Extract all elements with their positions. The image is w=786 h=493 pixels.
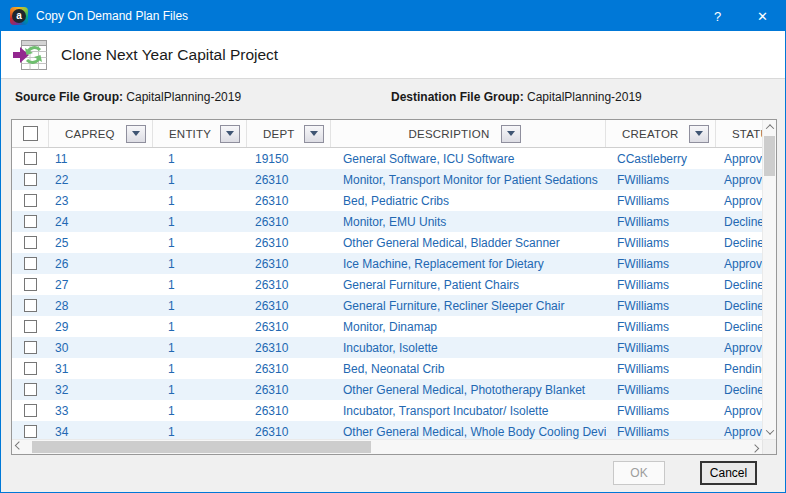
cancel-button[interactable]: Cancel [700,461,757,485]
cell-capreq: 26 [49,257,153,271]
cell-creator: FWilliams [606,215,716,229]
table-row[interactable]: 23 1 26310 Bed, Pediatric Cribs FWilliam… [12,190,762,211]
cell-entity: 1 [153,173,247,187]
row-select-cell [12,404,49,417]
creator-column-label: CREATOR [622,128,679,140]
entity-filter-button[interactable] [220,125,240,143]
vertical-scroll-thumb[interactable] [764,136,775,176]
ok-button[interactable]: OK [613,461,665,485]
horizontal-scroll-track[interactable] [26,440,748,454]
help-button[interactable]: ? [695,1,740,31]
horizontal-scrollbar[interactable] [12,439,776,454]
cell-status: Declined [716,278,762,292]
table-row[interactable]: 29 1 26310 Monitor, Dinamap FWilliams De… [12,316,762,337]
cell-capreq: 23 [49,194,153,208]
entity-column-label: ENTITY [169,128,211,140]
row-checkbox[interactable] [24,362,37,375]
row-checkbox[interactable] [24,194,37,207]
table-row[interactable]: 22 1 26310 Monitor, Transport Monitor fo… [12,169,762,190]
horizontal-scroll-thumb[interactable] [32,441,371,453]
cell-status: Approved [716,404,762,418]
scrollbar-corner [762,440,776,454]
vertical-scroll-track[interactable] [763,134,776,425]
cell-description: Incubator, Transport Incubator/ Isolette [331,404,606,418]
cell-creator: CCastleberry [606,152,716,166]
vertical-scrollbar[interactable] [762,120,776,439]
cell-creator: FWilliams [606,173,716,187]
cell-status: Pending [716,362,762,376]
select-all-checkbox[interactable] [23,126,38,141]
app-logo-letter: a [12,9,26,23]
creator-filter-button[interactable] [689,125,709,143]
row-select-cell [12,278,49,291]
scroll-right-button[interactable] [748,440,762,454]
title-bar[interactable]: a Copy On Demand Plan Files ? ✕ [1,1,785,31]
row-checkbox[interactable] [24,383,37,396]
cell-description: Other General Medical, Phototherapy Blan… [331,383,606,397]
cell-capreq: 33 [49,404,153,418]
cell-entity: 1 [153,425,247,439]
table-row[interactable]: 26 1 26310 Ice Machine, Replacement for … [12,253,762,274]
cell-description: Other General Medical, Whole Body Coolin… [331,425,606,439]
row-checkbox[interactable] [24,404,37,417]
table-row[interactable]: 33 1 26310 Incubator, Transport Incubato… [12,400,762,421]
table-row[interactable]: 32 1 26310 Other General Medical, Photot… [12,379,762,400]
table-row[interactable]: 31 1 26310 Bed, Neonatal Crib FWilliams … [12,358,762,379]
row-checkbox[interactable] [24,341,37,354]
cell-description: General Furniture, Recliner Sleeper Chai… [331,299,606,313]
row-checkbox[interactable] [24,173,37,186]
table-row[interactable]: 34 1 26310 Other General Medical, Whole … [12,421,762,439]
app-logo-icon: a [10,7,28,25]
cell-entity: 1 [153,362,247,376]
row-checkbox[interactable] [24,425,37,438]
table-row[interactable]: 11 1 19150 General Software, ICU Softwar… [12,148,762,169]
cell-dept: 26310 [247,425,331,439]
header-cell-entity: ENTITY [153,120,247,147]
cell-capreq: 31 [49,362,153,376]
description-filter-button[interactable] [501,125,521,143]
row-checkbox[interactable] [24,299,37,312]
cell-entity: 1 [153,215,247,229]
filter-dropdown-icon [226,131,234,136]
table-row[interactable]: 28 1 26310 General Furniture, Recliner S… [12,295,762,316]
cell-dept: 26310 [247,194,331,208]
capreq-filter-button[interactable] [126,125,146,143]
cell-capreq: 11 [49,152,153,166]
row-checkbox[interactable] [24,278,37,291]
row-select-cell [12,194,49,207]
cell-capreq: 24 [49,215,153,229]
row-checkbox[interactable] [24,320,37,333]
cell-status: Declined [716,383,762,397]
cell-entity: 1 [153,236,247,250]
chevron-up-icon [766,124,774,132]
cell-status: Approved [716,152,762,166]
cell-capreq: 27 [49,278,153,292]
header-cell-select [12,120,49,147]
cell-capreq: 30 [49,341,153,355]
row-select-cell [12,299,49,312]
scroll-left-button[interactable] [12,440,26,454]
filter-dropdown-icon [695,131,703,136]
dept-filter-button[interactable] [304,125,324,143]
table-row[interactable]: 30 1 26310 Incubator, Isolette FWilliams… [12,337,762,358]
close-button[interactable]: ✕ [740,1,785,31]
table-row[interactable]: 24 1 26310 Monitor, EMU Units FWilliams … [12,211,762,232]
cell-creator: FWilliams [606,299,716,313]
cell-status: Approved [716,194,762,208]
row-checkbox[interactable] [24,257,37,270]
header-cell-capreq: CAPREQ [49,120,153,147]
cell-creator: FWilliams [606,341,716,355]
row-checkbox[interactable] [24,215,37,228]
source-file-group: Source File Group: CapitalPlanning-2019 [15,90,241,104]
cell-entity: 1 [153,194,247,208]
row-checkbox[interactable] [24,236,37,249]
destination-file-group-label: Destination File Group: [391,90,524,104]
scroll-up-button[interactable] [763,120,777,134]
scroll-down-button[interactable] [763,425,777,439]
cell-creator: FWilliams [606,194,716,208]
description-column-label: DESCRIPTION [409,128,490,140]
cell-dept: 26310 [247,299,331,313]
table-row[interactable]: 27 1 26310 General Furniture, Patient Ch… [12,274,762,295]
row-checkbox[interactable] [24,152,37,165]
table-row[interactable]: 25 1 26310 Other General Medical, Bladde… [12,232,762,253]
